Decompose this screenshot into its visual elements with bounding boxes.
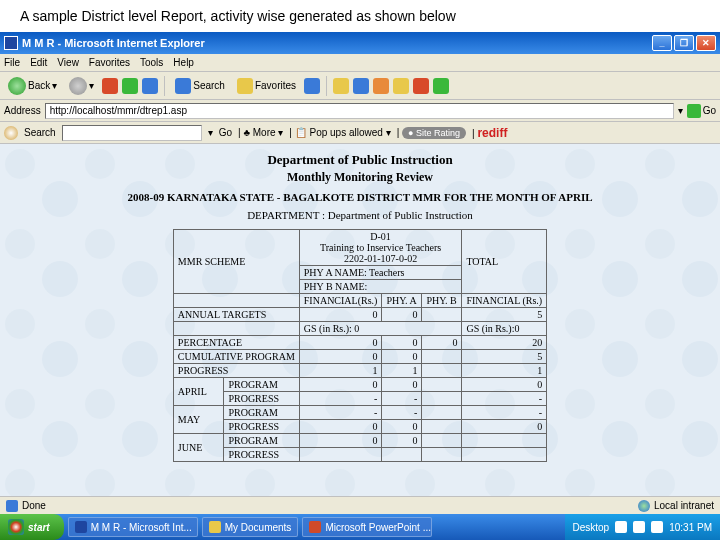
- start-button[interactable]: start: [0, 514, 64, 540]
- row-percentage: PERCENTAGE 0 0 0 20: [173, 336, 546, 350]
- stop-button[interactable]: [102, 78, 118, 94]
- taskbar: start M M R - Microsoft Int... My Docume…: [0, 514, 720, 540]
- cell-fin-head: FINANCIAL(Rs.): [299, 294, 382, 308]
- windows-logo-icon: [8, 519, 24, 535]
- maximize-button[interactable]: ❐: [674, 35, 694, 51]
- task-ppt[interactable]: Microsoft PowerPoint ...: [302, 517, 432, 537]
- page-title: Department of Public Instruction: [10, 152, 710, 168]
- site-rating-pill[interactable]: ● Site Rating: [402, 127, 466, 139]
- go-icon: [687, 104, 701, 118]
- address-input[interactable]: http://localhost/mmr/dtrep1.asp: [45, 103, 674, 119]
- menu-tools[interactable]: Tools: [140, 57, 163, 68]
- address-dropdown-icon[interactable]: ▾: [678, 105, 683, 116]
- menu-favorites[interactable]: Favorites: [89, 57, 130, 68]
- back-label: Back: [28, 80, 50, 91]
- favorites-label: Favorites: [255, 80, 296, 91]
- tray-icon-1[interactable]: [615, 521, 627, 533]
- task-mydocs[interactable]: My Documents: [202, 517, 299, 537]
- cell-phya-head: PHY. A: [382, 294, 422, 308]
- mail-button[interactable]: [333, 78, 349, 94]
- menu-edit[interactable]: Edit: [30, 57, 47, 68]
- row-cumprog: CUMULATIVE PROGRAM 0 0 5: [173, 350, 546, 364]
- page-subtitle: Monthly Monitoring Review: [10, 170, 710, 185]
- cell-activity-head: D-01 Training to Inservice Teachers 2202…: [299, 230, 462, 266]
- desktop-label[interactable]: Desktop: [573, 522, 610, 533]
- clock: 10:31 PM: [669, 522, 712, 533]
- cell-fin-total-head: FINANCIAL (Rs.): [462, 294, 547, 308]
- close-button[interactable]: ✕: [696, 35, 716, 51]
- row-progress: PROGRESS 1 1 1: [173, 364, 546, 378]
- research-button[interactable]: [433, 78, 449, 94]
- search-label: Search: [24, 127, 56, 138]
- folder-icon: [209, 521, 221, 533]
- toolbar: Back ▾ ▾ Search Favorites: [0, 72, 720, 100]
- address-label: Address: [4, 105, 41, 116]
- report-page: Department of Public Instruction Monthly…: [0, 144, 720, 468]
- row-may-progress: PROGRESS 0 0 0: [173, 420, 546, 434]
- go-button[interactable]: Go: [687, 104, 716, 118]
- status-bar: Done Local intranet: [0, 496, 720, 514]
- favorites-button[interactable]: Favorites: [233, 76, 300, 96]
- history-button[interactable]: [304, 78, 320, 94]
- row-june-program: JUNE PROGRAM 0 0: [173, 434, 546, 448]
- more-button[interactable]: More: [253, 127, 276, 138]
- address-url: http://localhost/mmr/dtrep1.asp: [50, 105, 187, 116]
- search-button[interactable]: Search: [171, 76, 229, 96]
- report-table: MMR SCHEME D-01 Training to Inservice Te…: [173, 229, 547, 462]
- rediff-brand: rediff: [477, 126, 507, 140]
- home-button[interactable]: [142, 78, 158, 94]
- dept-line: DEPARTMENT : Department of Public Instru…: [10, 209, 710, 221]
- row-annual: ANNUAL TARGETS 0 0 5: [173, 308, 546, 322]
- refresh-button[interactable]: [122, 78, 138, 94]
- window-titlebar: M M R - Microsoft Internet Explorer _ ❐ …: [0, 32, 720, 54]
- cell-phyb-head: PHY. B: [422, 294, 462, 308]
- minimize-button[interactable]: _: [652, 35, 672, 51]
- row-gs: GS (in Rs.): 0 GS (in Rs.):0: [173, 322, 546, 336]
- status-zone: Local intranet: [654, 500, 714, 511]
- discuss-button[interactable]: [393, 78, 409, 94]
- ie-favicon-icon: [4, 36, 18, 50]
- system-tray: Desktop 10:31 PM: [565, 514, 721, 540]
- cell-phy-a-name: PHY A NAME: Teachers: [299, 266, 462, 280]
- search-label: Search: [193, 80, 225, 91]
- forward-icon: [69, 77, 87, 95]
- powerpoint-icon: [309, 521, 321, 533]
- task-ie[interactable]: M M R - Microsoft Int...: [68, 517, 198, 537]
- menu-view[interactable]: View: [57, 57, 79, 68]
- tray-icon-2[interactable]: [633, 521, 645, 533]
- row-april-progress: PROGRESS - - -: [173, 392, 546, 406]
- status-done: Done: [22, 500, 46, 511]
- search-input[interactable]: [62, 125, 202, 141]
- popups-button[interactable]: Pop ups allowed: [309, 127, 382, 138]
- cell-phy-b-name: PHY B NAME:: [299, 280, 462, 294]
- slide-caption: A sample District level Report, activity…: [0, 0, 720, 32]
- cell-mmr-scheme: MMR SCHEME: [173, 230, 299, 294]
- row-june-progress: PROGRESS: [173, 448, 546, 462]
- messenger-button[interactable]: [413, 78, 429, 94]
- back-icon: [8, 77, 26, 95]
- row-april-program: APRIL PROGRAM 0 0 0: [173, 378, 546, 392]
- search-icon: [175, 78, 191, 94]
- zone-icon: [638, 500, 650, 512]
- favorites-icon: [237, 78, 253, 94]
- forward-button[interactable]: ▾: [65, 75, 98, 97]
- start-label: start: [28, 522, 50, 533]
- ie-task-icon: [75, 521, 87, 533]
- print-button[interactable]: [353, 78, 369, 94]
- back-button[interactable]: Back ▾: [4, 75, 61, 97]
- tray-icon-3[interactable]: [651, 521, 663, 533]
- done-icon: [6, 500, 18, 512]
- search-brand-icon: [4, 126, 18, 140]
- edit-button[interactable]: [373, 78, 389, 94]
- search-toolbar: Search ▾ Go | ♣ More ▾ | 📋 Pop ups allow…: [0, 122, 720, 144]
- window-title: M M R - Microsoft Internet Explorer: [22, 37, 650, 49]
- menu-help[interactable]: Help: [173, 57, 194, 68]
- cell-total-head: TOTAL: [462, 230, 547, 294]
- page-context: 2008-09 KARNATAKA STATE - BAGALKOTE DIST…: [10, 191, 710, 203]
- address-bar: Address http://localhost/mmr/dtrep1.asp …: [0, 100, 720, 122]
- menubar: File Edit View Favorites Tools Help: [0, 54, 720, 72]
- search-go-button[interactable]: Go: [219, 127, 232, 138]
- menu-file[interactable]: File: [4, 57, 20, 68]
- content-area[interactable]: Department of Public Instruction Monthly…: [0, 144, 720, 506]
- go-label: Go: [703, 105, 716, 116]
